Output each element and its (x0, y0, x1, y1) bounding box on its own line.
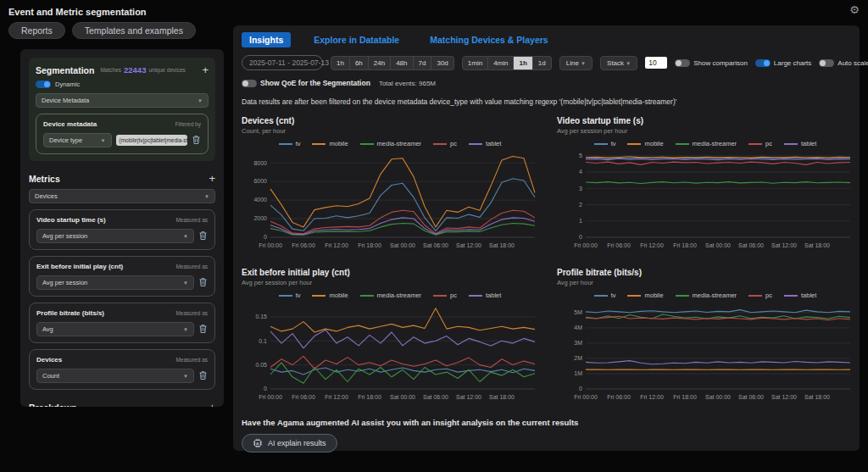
reports-button[interactable]: Reports (8, 22, 65, 39)
metrics-source-select[interactable]: Devices▼ (29, 189, 215, 203)
chevron-down-icon: ▼ (183, 327, 188, 332)
stack-value: Stack (607, 59, 624, 67)
range-30d-button[interactable]: 30d (431, 56, 453, 70)
show-comparison-label: Show comparison (693, 59, 748, 67)
auto-scale-toggle[interactable] (819, 59, 834, 67)
svg-text:5: 5 (579, 153, 582, 158)
svg-text:3: 3 (579, 186, 582, 192)
chart-legend: tvmobilemedia-streamerpctablet (242, 140, 538, 147)
large-charts-label: Large charts (774, 59, 811, 67)
delete-metric-icon[interactable] (198, 230, 208, 241)
legend-item-tablet[interactable]: tablet (469, 292, 501, 299)
interval-1d-button[interactable]: 1d (533, 56, 552, 70)
legend-item-media-streamer[interactable]: media-streamer (360, 140, 422, 147)
legend-item-mobile[interactable]: mobile (627, 140, 663, 147)
legend-item-mobile[interactable]: mobile (312, 140, 348, 147)
stack-select[interactable]: Stack ▼ (600, 56, 637, 70)
add-metric-icon[interactable]: + (209, 173, 215, 184)
chart-exit-before-play: Exit before initial play (cnt) Avg per s… (242, 268, 538, 406)
chart-title: Profile bitrate (bits/s) (557, 268, 854, 277)
show-comparison-toggle[interactable] (675, 59, 690, 67)
svg-text:Fri 12:00: Fri 12:00 (325, 242, 348, 248)
add-breakdown-icon[interactable]: + (209, 402, 215, 407)
metric-card: DevicesMeasured as Count▼ (29, 349, 215, 390)
metric-measure-select[interactable]: Count▼ (36, 369, 194, 383)
chart-subtitle: Count, per hour (242, 127, 538, 135)
legend-item-pc[interactable]: pc (748, 140, 772, 147)
legend-item-tv[interactable]: tv (594, 140, 616, 147)
svg-text:0: 0 (579, 386, 582, 391)
tab-explore-datatable[interactable]: Explore in Datatable (306, 32, 407, 47)
legend-item-pc[interactable]: pc (433, 292, 457, 299)
range-7d-button[interactable]: 7d (414, 56, 432, 70)
interval-1h-button[interactable]: 1h (514, 56, 532, 70)
range-6h-button[interactable]: 6h (350, 56, 369, 70)
legend-item-tablet[interactable]: tablet (469, 140, 501, 147)
series-limit-input[interactable] (645, 57, 667, 69)
svg-text:Sat 18:00: Sat 18:00 (804, 242, 830, 248)
add-segmentation-icon[interactable]: + (202, 64, 209, 75)
filter-regex-input[interactable]: (mobile|tv|pc|tablet|media-streamer) (116, 135, 187, 146)
main-tabs: Insights Explore in Datatable Matching D… (242, 32, 851, 47)
svg-text:1M: 1M (574, 370, 582, 376)
metric-measure-select[interactable]: Avg per session▼ (36, 275, 194, 290)
metric-measure-value: Count (42, 372, 59, 380)
range-1h-button[interactable]: 1h (331, 56, 350, 70)
templates-button[interactable]: Templates and examples (72, 22, 196, 39)
range-24h-button[interactable]: 24h (369, 56, 391, 70)
chart-subtitle: Avg per session per hour (242, 279, 538, 286)
legend-item-media-streamer[interactable]: media-streamer (676, 140, 737, 147)
profile-bitrate-line-chart[interactable]: 01M2M3M4M5MFri 00:00Fri 06:00Fri 12:00Fr… (557, 299, 854, 403)
large-charts-toggle[interactable] (755, 59, 771, 67)
settings-gear-icon[interactable]: ⚙ (849, 3, 860, 16)
range-48h-button[interactable]: 48h (391, 56, 413, 70)
measured-as-label: Measured as (175, 357, 208, 363)
chevron-down-icon: ▼ (101, 138, 106, 143)
devices-line-chart[interactable]: 02000400060008000Fri 00:00Fri 06:00Fri 1… (242, 147, 538, 251)
svg-text:Sat 00:00: Sat 00:00 (705, 242, 731, 248)
legend-item-mobile[interactable]: mobile (627, 292, 663, 299)
metric-measure-select[interactable]: Avg▼ (36, 322, 194, 336)
breakdown-title: Breakdown (29, 403, 77, 408)
chevron-down-icon: ▼ (581, 61, 586, 66)
measured-as-label: Measured as (175, 217, 208, 223)
delete-filter-icon[interactable] (192, 135, 201, 145)
legend-item-pc[interactable]: pc (748, 292, 772, 299)
legend-item-tablet[interactable]: tablet (784, 140, 816, 147)
legend-item-tv[interactable]: tv (279, 292, 301, 299)
interval-1min-button[interactable]: 1min (462, 56, 488, 70)
matches-label: Matches (100, 67, 121, 73)
svg-text:2000: 2000 (253, 215, 267, 221)
delete-metric-icon[interactable] (198, 277, 208, 287)
dynamic-toggle[interactable] (36, 81, 51, 88)
svg-text:Fri 06:00: Fri 06:00 (607, 242, 631, 248)
svg-text:Fri 18:00: Fri 18:00 (673, 242, 697, 248)
chart-profile-bitrate: Profile bitrate (bits/s) Avg per hour tv… (557, 268, 854, 406)
legend-item-tv[interactable]: tv (594, 292, 616, 299)
chart-video-startup: Video startup time (s) Avg per session p… (557, 116, 854, 254)
metric-measure-select[interactable]: Avg per session▼ (36, 229, 194, 243)
tab-insights[interactable]: Insights (242, 32, 291, 47)
interval-4min-button[interactable]: 4min (488, 56, 514, 70)
segmentation-type-select[interactable]: Device Metadata▼ (36, 93, 209, 108)
qoe-toggle[interactable] (242, 80, 257, 87)
ai-explain-button[interactable]: AI AI explain results (242, 434, 337, 453)
tab-matching-devices[interactable]: Matching Devices & Players (422, 32, 555, 47)
svg-text:Sat 00:00: Sat 00:00 (390, 242, 415, 248)
video-startup-line-chart[interactable]: 012345Fri 00:00Fri 06:00Fri 12:00Fri 18:… (557, 147, 854, 251)
date-range-input[interactable]: 2025-07-11 - 2025-07-13 (242, 55, 323, 70)
svg-text:5M: 5M (574, 309, 582, 315)
svg-text:2M: 2M (574, 355, 582, 361)
legend-item-media-streamer[interactable]: media-streamer (360, 292, 422, 299)
device-type-select[interactable]: Device type▼ (43, 133, 112, 147)
legend-item-tv[interactable]: tv (279, 140, 301, 147)
legend-item-pc[interactable]: pc (433, 140, 457, 147)
delete-metric-icon[interactable] (198, 370, 208, 380)
legend-item-media-streamer[interactable]: media-streamer (676, 292, 737, 299)
legend-item-tablet[interactable]: tablet (784, 292, 816, 299)
exit-before-play-line-chart[interactable]: 00.050.10.15Fri 00:00Fri 06:00Fri 12:00F… (242, 299, 538, 403)
svg-text:AI: AI (256, 441, 259, 446)
delete-metric-icon[interactable] (198, 324, 208, 334)
legend-item-mobile[interactable]: mobile (312, 292, 348, 299)
chart-type-select[interactable]: Line ▼ (559, 56, 593, 70)
